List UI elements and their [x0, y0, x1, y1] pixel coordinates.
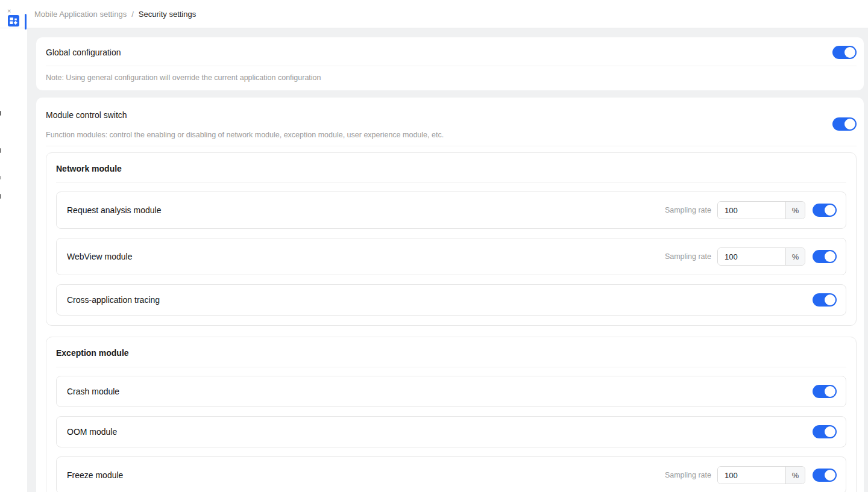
close-icon[interactable]: × [7, 8, 11, 14]
sampling-rate-label: Sampling rate [665, 206, 711, 214]
sampling-rate-input[interactable] [718, 202, 785, 219]
clipped-text-artifact [0, 176, 1, 179]
cross-application-tracing-toggle[interactable] [813, 293, 837, 307]
percent-unit-addon: % [785, 467, 805, 484]
global-configuration-note: Note: Using general configuration will o… [46, 73, 857, 82]
sampling-rate-input-group: % [717, 248, 805, 266]
row-webview-module: WebView module Sampling rate % [56, 238, 846, 275]
row-label: WebView module [67, 252, 665, 261]
row-label: OOM module [67, 427, 805, 437]
collapsed-sidebar [0, 28, 27, 492]
clipped-text-artifact [0, 194, 1, 199]
percent-unit-addon: % [785, 248, 805, 265]
global-configuration-card: Global configuration Note: Using general… [36, 37, 864, 90]
network-module-group: Network module Request analysis module S… [46, 152, 857, 326]
global-configuration-title: Global configuration [46, 48, 121, 57]
module-control-switch-toggle[interactable] [832, 117, 857, 131]
row-request-analysis-module: Request analysis module Sampling rate % [56, 192, 846, 229]
breadcrumb-item-mobile-application-settings[interactable]: Mobile Application settings [34, 10, 127, 19]
module-control-switch-card: Module control switch Function modules: … [36, 98, 864, 492]
exception-module-group: Exception module Crash module OOM module… [46, 337, 857, 492]
clipped-text-artifact [0, 148, 1, 153]
webview-module-toggle[interactable] [813, 250, 837, 263]
divider [56, 182, 846, 183]
sampling-rate-label: Sampling rate [665, 471, 711, 479]
module-control-switch-title: Module control switch [46, 110, 444, 120]
exception-module-title: Exception module [56, 347, 846, 359]
sampling-rate-input-group: % [717, 201, 805, 219]
network-module-title: Network module [56, 163, 846, 175]
sampling-rate-label: Sampling rate [665, 252, 711, 261]
row-label: Freeze module [67, 470, 665, 480]
module-control-switch-description: Function modules: control the enabling o… [46, 131, 444, 139]
divider [46, 66, 857, 66]
breadcrumb: Mobile Application settings / Security s… [0, 0, 868, 28]
row-label: Cross-application tracing [67, 295, 805, 305]
row-label: Crash module [67, 387, 805, 396]
divider [56, 367, 846, 367]
sampling-rate-input[interactable] [718, 248, 785, 265]
sampling-rate-input-group: % [717, 466, 805, 484]
breadcrumb-item-security-settings: Security settings [139, 10, 196, 19]
widget-caret-bar [25, 14, 27, 30]
divider [46, 146, 857, 146]
row-freeze-module: Freeze module Sampling rate % [56, 456, 846, 492]
freeze-module-toggle[interactable] [813, 469, 837, 482]
breadcrumb-separator: / [131, 10, 134, 19]
sampling-rate-input[interactable] [718, 467, 785, 484]
request-analysis-module-toggle[interactable] [813, 204, 837, 217]
clipped-text-artifact [0, 111, 1, 116]
percent-unit-addon: % [785, 202, 805, 219]
app-widget-icon[interactable] [8, 15, 19, 29]
oom-module-toggle[interactable] [813, 425, 837, 438]
settings-content: Global configuration Note: Using general… [27, 28, 868, 492]
row-cross-application-tracing: Cross-application tracing [56, 284, 846, 316]
global-configuration-toggle[interactable] [832, 46, 857, 59]
row-crash-module: Crash module [56, 376, 846, 407]
dashboard-icon [8, 15, 19, 26]
row-label: Request analysis module [67, 205, 665, 215]
crash-module-toggle[interactable] [813, 385, 837, 398]
row-oom-module: OOM module [56, 416, 846, 447]
